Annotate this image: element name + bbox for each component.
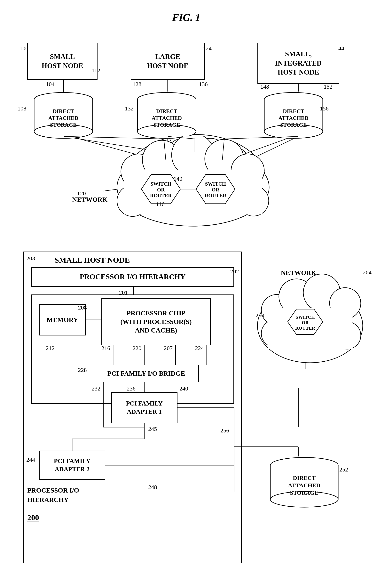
- small-integrated-label: SMALL,INTEGRATEDHOST NODE: [275, 50, 322, 77]
- svg-text:DIRECT: DIRECT: [156, 108, 177, 114]
- page: FIG. 1: [0, 0, 392, 563]
- large-host-label: LARGEHOST NODE: [147, 52, 188, 70]
- svg-text:ATTACHED: ATTACHED: [152, 115, 182, 121]
- storage2-cylinder: DIRECT ATTACHED STORAGE: [136, 91, 197, 136]
- svg-text:STORAGE: STORAGE: [280, 122, 307, 128]
- ref-252-right: 252: [339, 466, 348, 473]
- svg-text:ATTACHED: ATTACHED: [288, 482, 320, 488]
- pci-adapter1-label: PCI FAMILY ADAPTER 1: [126, 399, 163, 416]
- proc-io-hierarchy-label: PROCESSOR I/O HIERARCHY: [80, 272, 186, 282]
- fig2-network-label: NETWORK: [281, 269, 316, 277]
- ref-256: 256: [220, 427, 229, 434]
- proc-io-label: PROCESSOR I/OHIERARCHY: [27, 486, 79, 504]
- fig1-container: SMALLHOST NODE 100 112 104 DIRECT ATTACH…: [16, 31, 376, 236]
- fig2-storage-cylinder: DIRECT ATTACHED STORAGE: [269, 456, 339, 509]
- svg-text:ROUTER: ROUTER: [295, 325, 315, 331]
- svg-text:SWITCH: SWITCH: [151, 181, 172, 187]
- svg-text:STORAGE: STORAGE: [153, 122, 180, 128]
- ref-202: 202: [230, 268, 239, 275]
- svg-text:ROUTER: ROUTER: [205, 193, 226, 198]
- ref-260: 260: [256, 312, 264, 319]
- svg-text:OR: OR: [212, 187, 220, 192]
- svg-text:STORAGE: STORAGE: [290, 489, 318, 496]
- ref-248: 248: [148, 484, 157, 490]
- ref-207: 207: [164, 345, 172, 351]
- small-integrated-host-box: SMALL,INTEGRATEDHOST NODE: [257, 43, 339, 84]
- pci-adapter1-box: PCI FAMILY ADAPTER 1: [111, 392, 177, 423]
- ref-212: 212: [46, 345, 55, 351]
- svg-text:ATTACHED: ATTACHED: [279, 115, 309, 121]
- pci-bridge-box: PCI FAMILY I/O BRIDGE: [94, 365, 199, 382]
- svg-text:OR: OR: [302, 320, 309, 325]
- fig1-title: FIG. 1: [0, 12, 376, 23]
- proc-io-hierarchy-box: PROCESSOR I/O HIERARCHY: [31, 267, 234, 287]
- ref-208: 208: [78, 304, 87, 311]
- ref-128: 128: [133, 81, 141, 88]
- ref-104: 104: [46, 81, 55, 88]
- small-host-node-box: SMALLHOST NODE: [27, 43, 98, 80]
- fig2-section: FIG. 2 SMALL HOST NODE 203 PROCESSOR I/O…: [16, 252, 376, 563]
- ref-220: 220: [133, 345, 141, 351]
- ref-120: 120: [77, 190, 86, 197]
- ref-140: 140: [173, 175, 182, 182]
- pci-adapter2-box: PCI FAMILY ADAPTER 2: [39, 451, 105, 480]
- ref-236: 236: [127, 385, 135, 392]
- ref-108: 108: [18, 105, 26, 112]
- svg-text:OR: OR: [157, 187, 165, 192]
- svg-text:ROUTER: ROUTER: [150, 193, 172, 198]
- storage1-cylinder: DIRECT ATTACHED STORAGE: [33, 91, 94, 136]
- ref-132: 132: [125, 105, 134, 112]
- proc-chip-box: PROCESSOR CHIP (WITH PROCESSOR(S) AND CA…: [101, 298, 211, 345]
- svg-text:ATTACHED: ATTACHED: [48, 115, 79, 121]
- proc-chip-label: PROCESSOR CHIP (WITH PROCESSOR(S) AND CA…: [120, 309, 192, 335]
- ref-136: 136: [199, 81, 208, 88]
- network-cloud: SWITCH OR ROUTER SWITCH OR ROUTER: [113, 136, 273, 230]
- svg-text:DIRECT: DIRECT: [283, 108, 304, 114]
- ref-240: 240: [179, 385, 188, 392]
- large-host-node-box: LARGEHOST NODE: [131, 43, 205, 80]
- fig2-small-host-label: SMALL HOST NODE: [55, 256, 130, 265]
- ref-116: 116: [156, 201, 165, 207]
- ref-244: 244: [26, 456, 35, 463]
- svg-text:DIRECT: DIRECT: [293, 474, 316, 481]
- ref-152: 152: [324, 83, 332, 90]
- ref-124: 124: [203, 45, 212, 52]
- svg-text:SWITCH: SWITCH: [296, 315, 315, 320]
- ref-156: 156: [320, 105, 329, 112]
- fig2-network-cloud: SWITCH OR ROUTER: [254, 267, 367, 370]
- ref-228: 228: [78, 367, 87, 373]
- ref-144: 144: [335, 45, 344, 52]
- svg-text:DIRECT: DIRECT: [53, 108, 74, 114]
- network-label: NETWORK: [72, 196, 108, 203]
- fig2-container: FIG. 2 SMALL HOST NODE 203 PROCESSOR I/O…: [16, 252, 376, 563]
- pci-adapter2-label: PCI FAMILY ADAPTER 2: [54, 457, 90, 473]
- pci-bridge-label: PCI FAMILY I/O BRIDGE: [108, 369, 185, 378]
- ref-245: 245: [148, 426, 157, 432]
- ref-200-label: 200: [27, 513, 39, 522]
- svg-text:STORAGE: STORAGE: [50, 122, 77, 128]
- svg-text:SWITCH: SWITCH: [205, 181, 226, 187]
- storage3-cylinder: DIRECT ATTACHED STORAGE: [263, 91, 324, 136]
- memory-label: MEMORY: [47, 316, 78, 324]
- ref-264: 264: [363, 269, 371, 276]
- ref-232: 232: [92, 385, 100, 392]
- ref-148: 148: [260, 83, 269, 90]
- small-host-label: SMALLHOST NODE: [42, 52, 83, 70]
- ref-112: 112: [92, 67, 100, 74]
- ref-216: 216: [101, 345, 110, 351]
- ref-203: 203: [26, 255, 35, 262]
- ref-100: 100: [20, 45, 28, 52]
- ref-224: 224: [195, 345, 204, 351]
